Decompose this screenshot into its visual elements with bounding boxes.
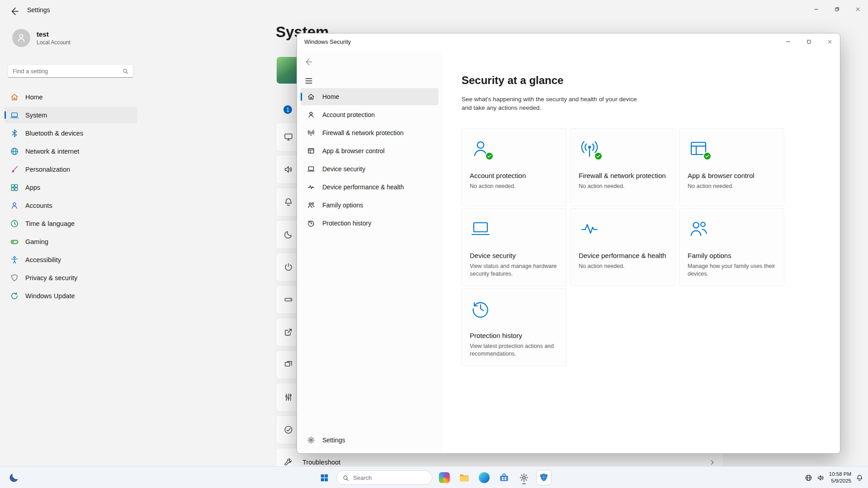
sidebar-item-accessibility[interactable]: Accessibility [5,251,137,268]
ok-check-icon [485,152,494,160]
card-title: App & browser control [688,171,776,180]
user-profile[interactable]: test Local Account [12,29,71,47]
close-button[interactable] [819,33,840,50]
nav-item-label: Family options [322,202,363,209]
notification-bell-icon[interactable] [856,474,863,482]
card-device-security[interactable]: Device security View status and manage h… [461,208,566,286]
taskbar-search-box[interactable] [336,470,432,485]
nav-item-family-options[interactable]: Family options [301,197,439,214]
sidebar-item-windows-update[interactable]: Windows Update [5,287,137,304]
maximize-button[interactable] [798,33,819,50]
sidebar-item-system[interactable]: System [5,107,137,123]
card-firewall-network[interactable]: Firewall & network protection No action … [570,128,675,206]
gamepad-icon [10,237,19,246]
restore-button[interactable] [826,0,847,18]
security-subheading: See what's happening with the security a… [462,95,642,112]
nav-item-label: Protection history [322,220,371,227]
sidebar-item-label: Privacy & security [25,274,77,282]
menu-icon[interactable] [304,76,313,85]
ok-check-icon [594,152,603,160]
microsoft-store-button[interactable] [496,470,512,485]
card-family-options[interactable]: Family options Manage how your family us… [679,208,784,286]
taskbar-search-input[interactable] [337,471,432,484]
card-desc: No action needed. [579,183,667,190]
settings-app-button[interactable] [516,470,532,485]
store-icon [499,472,509,483]
start-button[interactable] [316,470,332,485]
nav-item-account-protection[interactable]: Account protection [301,106,439,123]
paint-app-button[interactable] [437,470,452,485]
sidebar-item-label: Accounts [25,202,52,209]
history-icon [307,219,315,227]
app-window-icon [307,147,315,155]
minimize-button[interactable] [806,0,826,18]
card-desc: View latest protection actions and recom… [470,343,558,358]
sidebar-item-home[interactable]: Home [5,89,137,105]
nav-item-settings[interactable]: Settings [301,432,439,449]
settings-titlebar: Settings [0,0,868,20]
security-cards-grid: Account protection No action needed. Fir… [461,128,784,366]
sidebar-item-apps[interactable]: Apps [5,179,137,196]
nav-item-protection-history[interactable]: Protection history [301,215,439,232]
bluetooth-icon [10,129,19,138]
folder-icon [459,472,470,483]
settings-search-input[interactable] [8,65,133,77]
sidebar-item-time-language[interactable]: Time & language [5,215,137,232]
nav-item-label: Firewall & network protection [322,129,404,136]
sidebar-item-accounts[interactable]: Accounts [5,197,137,214]
avatar [12,29,30,47]
security-titlebar[interactable]: Windows Security [297,33,840,50]
weather-moon-icon[interactable] [8,472,20,483]
card-app-browser-control[interactable]: App & browser control No action needed. [679,128,784,206]
card-title: Firewall & network protection [579,171,667,180]
paint-icon [439,472,450,483]
nav-item-device-security[interactable]: Device security [301,160,439,178]
volume-icon[interactable] [817,474,825,482]
check-circle-icon [283,425,293,435]
home-icon [307,93,315,101]
monitor-icon [283,132,293,142]
edge-browser-button[interactable] [476,470,492,485]
minimize-button[interactable] [778,33,798,50]
laptop-icon [307,165,315,173]
person-icon [16,33,27,43]
file-explorer-button[interactable] [457,470,472,485]
windows-security-button[interactable] [536,470,552,485]
profile-text: test Local Account [37,30,71,46]
ok-check-icon [703,152,712,160]
nav-item-home[interactable]: Home [301,88,439,105]
clock-icon [10,219,19,228]
nav-item-app-browser-control[interactable]: App & browser control [301,142,439,160]
card-protection-history[interactable]: Protection history View latest protectio… [461,288,566,366]
network-globe-icon[interactable] [805,474,812,482]
share-icon [283,327,293,337]
sidebar-item-gaming[interactable]: Gaming [5,233,137,250]
card-title: Device performance & health [579,251,667,260]
nav-item-firewall-network[interactable]: Firewall & network protection [301,124,439,141]
windows-logo-icon [319,473,330,483]
back-icon[interactable] [10,6,20,16]
security-nav-pane: Home Account protection Firewall & netwo… [297,50,442,453]
selection-accent-bar [5,111,6,119]
taskbar-clock[interactable]: 10:58 PM 5/9/2025 [829,471,851,484]
settings-search-box[interactable] [8,64,133,78]
sidebar-item-personalization[interactable]: Personalization [5,161,137,178]
card-title: Family options [688,251,776,260]
sidebar-item-network-internet[interactable]: Network & internet [5,143,137,160]
profile-account-type: Local Account [37,39,71,46]
shield-icon [10,273,19,282]
sidebar-item-bluetooth-devices[interactable]: Bluetooth & devices [5,125,137,141]
close-button[interactable] [847,0,868,18]
card-account-protection[interactable]: Account protection No action needed. [461,128,566,206]
sidebar-item-privacy-security[interactable]: Privacy & security [5,269,137,286]
protection-history-icon [470,298,491,319]
wifi-icon [307,129,315,137]
security-heading: Security at a glance [462,74,563,87]
back-icon[interactable] [304,57,313,66]
card-device-performance[interactable]: Device performance & health No action ne… [570,208,675,286]
card-desc: View status and manage hardware security… [470,263,558,278]
person-icon [307,111,315,119]
nav-item-device-performance[interactable]: Device performance & health [301,178,439,196]
card-title: Account protection [470,171,558,180]
system-tray: 10:58 PM 5/9/2025 [805,467,863,488]
